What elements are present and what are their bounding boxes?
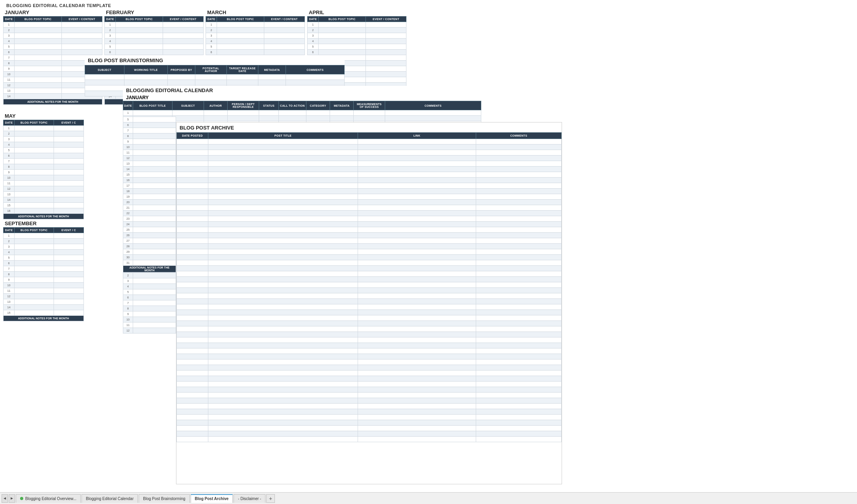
- archive-row: [177, 321, 562, 326]
- archive-row: [177, 139, 562, 145]
- may-table: DATE BLOG POST TOPIC EVENT / C 1 2 3 4 5…: [3, 120, 84, 219]
- bs-col-subject: SUBJECT: [85, 65, 124, 74]
- archive-row: [177, 359, 562, 365]
- bs-col-metadata: METADATA: [258, 65, 286, 74]
- archive-row: [177, 382, 562, 387]
- main-title: BLOGGING EDITORIAL CALENDAR TEMPLATE: [3, 2, 114, 9]
- tab-bar: ◀ ▶ Blogging Editorial Overview... Blogg…: [0, 492, 857, 504]
- archive-row: [177, 172, 562, 178]
- archive-row: [177, 244, 562, 249]
- archive-row: [177, 315, 562, 321]
- archive-row: [177, 271, 562, 277]
- bs-col-comments: COMMENTS: [286, 65, 345, 74]
- february-title: FEBRUARY: [104, 9, 204, 16]
- archive-row: [177, 238, 562, 244]
- archive-row: [177, 183, 562, 189]
- ec-col-metadata: METADATA: [330, 101, 354, 110]
- may-section: MAY DATE BLOG POST TOPIC EVENT / C 1 2 3…: [3, 112, 84, 219]
- tab-blogging-editorial-overview[interactable]: Blogging Editorial Overview...: [16, 494, 81, 503]
- tab-blog-post-archive[interactable]: Blog Post Archive: [191, 494, 233, 503]
- archive-row: [177, 161, 562, 167]
- archive-row: [177, 337, 562, 343]
- editorial-cal-title: BLOGGING EDITORIAL CALENDAR: [123, 86, 481, 94]
- archive-row: [177, 310, 562, 315]
- tab-dot-icon: [20, 497, 23, 500]
- jan-col-topic: BLOG POST TOPIC: [15, 17, 62, 22]
- january-editorial-rows: 5 6 7 8 9 10 11 12 13 14 15 16 17 18 19 …: [123, 117, 176, 272]
- jan-col-event: EVENT / CONTENT: [62, 17, 102, 22]
- bs-col-working-title: WORKING TITLE: [124, 65, 168, 74]
- archive-row: [177, 415, 562, 420]
- ec-col-person: PERSON / DEPT RESPONSIBLE: [228, 101, 259, 110]
- archive-title: BLOG POST ARCHIVE: [176, 122, 562, 132]
- archive-row: [177, 426, 562, 431]
- archive-row: [177, 249, 562, 255]
- archive-row: [177, 194, 562, 200]
- ec-col-cta: CALL TO ACTION: [279, 101, 306, 110]
- may-col-date: DATE: [4, 120, 15, 126]
- september-title: SEPTEMBER: [3, 220, 84, 227]
- tab-disclaimer[interactable]: - Disclaimer -: [234, 494, 265, 503]
- mar-col-event: EVENT / CONTENT: [264, 17, 305, 22]
- archive-row: [177, 167, 562, 172]
- feb-col-date: DATE: [105, 17, 116, 22]
- arc-col-title: POST TITLE: [208, 133, 358, 139]
- archive-row: [177, 393, 562, 398]
- may-col-topic: BLOG POST TOPIC: [15, 120, 54, 126]
- archive-row: [177, 404, 562, 409]
- archive-row: [177, 233, 562, 238]
- editorial-january-label: JANUARY: [123, 94, 481, 101]
- apr-col-event: EVENT / CONTENT: [366, 17, 406, 22]
- archive-main-table: DATE POSTED POST TITLE LINK COMMENTS: [176, 132, 562, 442]
- archive-row: [177, 332, 562, 337]
- archive-row: [177, 211, 562, 216]
- tab-blogging-editorial-calendar[interactable]: Blogging Editorial Calendar: [82, 494, 138, 503]
- september-section: SEPTEMBER DATE BLOG POST TOPIC EVENT / C…: [3, 220, 84, 321]
- ec-col-author: AUTHOR: [204, 101, 228, 110]
- sep-notes: ADDITIONAL NOTES FOR THE MONTH: [4, 316, 84, 321]
- feb-col-topic: BLOG POST TOPIC: [116, 17, 163, 22]
- archive-row: [177, 260, 562, 266]
- ec-col-title: BLOG POST TITLE: [133, 101, 173, 110]
- archive-row: [177, 437, 562, 442]
- jan-col-date: DATE: [4, 17, 15, 22]
- apr-col-date: DATE: [308, 17, 319, 22]
- archive-row: [177, 178, 562, 183]
- spreadsheet-area: BLOGGING EDITORIAL CALENDAR TEMPLATE JAN…: [0, 0, 857, 488]
- archive-row: [177, 376, 562, 382]
- archive-row: [177, 277, 562, 282]
- tab-blog-post-brainstorming[interactable]: Blog Post Brainstorming: [139, 494, 189, 503]
- archive-row: [177, 156, 562, 161]
- archive-row: [177, 288, 562, 293]
- archive-row: [177, 266, 562, 271]
- bs-col-potential: POTENTIAL AUTHOR: [195, 65, 227, 74]
- archive-row: [177, 420, 562, 426]
- archive-row: [177, 431, 562, 437]
- archive-row: [177, 293, 562, 299]
- archive-row: [177, 398, 562, 404]
- april-title: APRIL: [307, 9, 406, 16]
- march-title: MARCH: [206, 9, 305, 16]
- archive-row: [177, 222, 562, 227]
- january-title: JANUARY: [3, 9, 102, 16]
- mar-col-topic: BLOG POST TOPIC: [217, 17, 264, 22]
- archive-row: [177, 343, 562, 348]
- may-col-event: EVENT / C: [54, 120, 84, 126]
- tab-scroll-right[interactable]: ▶: [9, 494, 15, 503]
- archive-row: [177, 150, 562, 156]
- bs-col-proposed: PROPOSED BY: [168, 65, 195, 74]
- arc-col-date: DATE POSTED: [177, 133, 208, 139]
- sep-col-date: DATE: [4, 228, 15, 233]
- apr-col-topic: BLOG POST TOPIC: [319, 17, 366, 22]
- archive-row: [177, 304, 562, 310]
- archive-row: [177, 282, 562, 288]
- may-title: MAY: [3, 112, 84, 120]
- tab-scroll-left[interactable]: ◀: [2, 494, 8, 503]
- archive-row: [177, 371, 562, 376]
- archive-row: [177, 189, 562, 194]
- sep-col-topic: BLOG POST TOPIC: [15, 228, 54, 233]
- brainstorm-title: BLOG POST BRAINSTORMING: [85, 55, 345, 65]
- archive-row: [177, 365, 562, 371]
- tab-add-button[interactable]: +: [266, 494, 275, 503]
- jan-rows-table: 5 6 7 8 9 10 11 12 13 14 15 16 17 18 19 …: [123, 117, 176, 272]
